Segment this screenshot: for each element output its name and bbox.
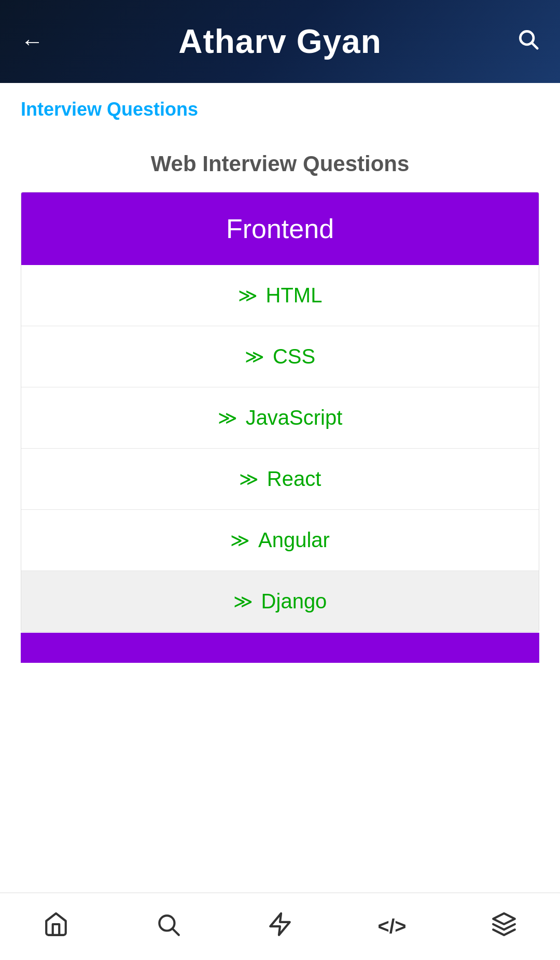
list-item-react[interactable]: ≫ React bbox=[21, 449, 539, 510]
nav-search[interactable] bbox=[112, 893, 224, 960]
chevron-double-css-icon: ≫ bbox=[245, 346, 264, 368]
frontend-section: Frontend ≫ HTML ≫ CSS ≫ JavaScript ≫ Rea… bbox=[21, 192, 539, 632]
chevron-double-html-icon: ≫ bbox=[238, 285, 258, 307]
breadcrumb: Interview Questions bbox=[0, 83, 560, 126]
nav-layers[interactable] bbox=[448, 893, 560, 960]
chevron-double-js-icon: ≫ bbox=[218, 407, 237, 429]
second-category-header[interactable] bbox=[21, 633, 539, 663]
list-item-django[interactable]: ≫ Django bbox=[21, 571, 539, 632]
back-button[interactable]: ← bbox=[21, 29, 44, 54]
chevron-double-angular-icon: ≫ bbox=[230, 530, 250, 551]
html-label: HTML bbox=[266, 284, 323, 307]
bolt-icon bbox=[267, 911, 293, 942]
css-label: CSS bbox=[273, 345, 315, 368]
list-item-javascript[interactable]: ≫ JavaScript bbox=[21, 387, 539, 449]
javascript-label: JavaScript bbox=[246, 406, 343, 429]
list-item-html[interactable]: ≫ HTML bbox=[21, 265, 539, 326]
chevron-double-django-icon: ≫ bbox=[233, 591, 253, 613]
chevron-double-react-icon: ≫ bbox=[239, 468, 259, 490]
angular-label: Angular bbox=[258, 528, 330, 552]
react-label: React bbox=[267, 467, 321, 491]
list-item-angular[interactable]: ≫ Angular bbox=[21, 510, 539, 571]
app-header: ← Atharv Gyan bbox=[0, 0, 560, 83]
nav-code[interactable]: </> bbox=[336, 893, 448, 960]
bottom-nav: </> bbox=[0, 893, 560, 960]
home-icon bbox=[43, 911, 69, 942]
frontend-label: Frontend bbox=[226, 214, 334, 244]
svg-line-1 bbox=[532, 43, 537, 48]
nav-flash[interactable] bbox=[224, 893, 336, 960]
svg-marker-5 bbox=[493, 913, 515, 924]
frontend-category-header[interactable]: Frontend bbox=[21, 192, 539, 265]
django-label: Django bbox=[261, 590, 327, 613]
nav-home[interactable] bbox=[0, 893, 112, 960]
layers-icon bbox=[491, 911, 517, 942]
search-nav-icon bbox=[155, 911, 181, 942]
svg-line-3 bbox=[173, 929, 178, 935]
page-subtitle: Web Interview Questions bbox=[0, 126, 560, 192]
breadcrumb-text[interactable]: Interview Questions bbox=[21, 99, 198, 120]
search-icon[interactable] bbox=[516, 27, 539, 55]
svg-marker-4 bbox=[270, 913, 290, 935]
app-title: Atharv Gyan bbox=[178, 22, 382, 61]
second-section-header-partial bbox=[21, 633, 539, 663]
code-icon: </> bbox=[378, 915, 407, 938]
list-item-css[interactable]: ≫ CSS bbox=[21, 326, 539, 387]
